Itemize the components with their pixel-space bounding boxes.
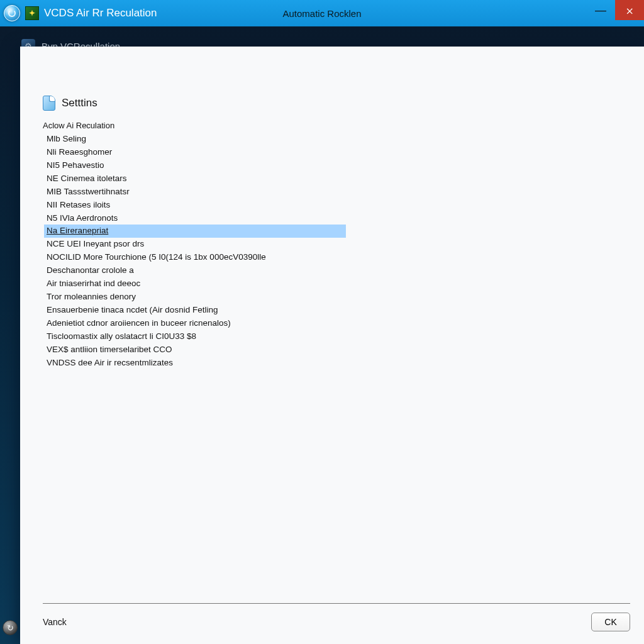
window-titlebar: ✦ VCDS Air Rr Reculation Automatic Rockl…	[0, 0, 644, 26]
refresh-icon-glyph: ↻	[7, 623, 14, 633]
list-item[interactable]: Air tniaserirhat ind deeoc	[44, 277, 143, 291]
list-item[interactable]: Ensauerbenie tinaca ncdet (Air dosnid Fe…	[44, 304, 220, 317]
list-item[interactable]: Adenietiot cdnor aroiiencen in buceer ri…	[44, 317, 233, 330]
back-button[interactable]: Vanck	[43, 617, 67, 627]
list-item[interactable]: Deschanontar crolole a	[44, 264, 136, 277]
document-icon	[43, 96, 55, 111]
app-icon-glyph: ✦	[29, 9, 35, 18]
titlebar-left-group: ✦ VCDS Air Rr Reculation	[4, 5, 157, 21]
close-button[interactable]: ⨉	[615, 0, 644, 20]
list-item[interactable]: NCE UEI Ineyant psor drs	[44, 238, 147, 251]
app-title: VCDS Air Rr Reculation	[44, 7, 157, 19]
refresh-orb-icon[interactable]: ↻	[3, 620, 18, 635]
list-item[interactable]: NI5 Pehavestio	[44, 159, 107, 172]
list-item[interactable]: Tiscloomastix ally oslatacrt li CI0U33 $…	[44, 330, 199, 343]
list-item[interactable]: Tror moleannies denory	[44, 291, 138, 304]
section-title-row: Setttins	[43, 96, 621, 111]
list-item[interactable]: NII Retases iloits	[44, 199, 113, 212]
list-item[interactable]: Nli Reaesghomer	[44, 146, 114, 159]
list-item[interactable]: N5 IVla Aerdronots	[44, 212, 120, 225]
system-orb-icon[interactable]	[4, 5, 20, 21]
list-item[interactable]: NE Cinemea itoletars	[44, 172, 130, 186]
list-item[interactable]: Na Eireranepriat	[44, 225, 346, 238]
window-controls: — ⨉	[586, 0, 644, 20]
dialog-footer: Vanck CK	[43, 603, 630, 631]
section-title: Setttins	[62, 97, 97, 109]
ok-button[interactable]: CK	[591, 613, 630, 631]
list-item[interactable]: VNDSS dee Air ir recsentmlizates	[44, 357, 175, 370]
settings-list: Mlb SelingNli ReaesghomerNI5 PehavestioN…	[44, 133, 621, 370]
list-item[interactable]: NOCILID More Tourchione (5 I0(124 is 1bx…	[44, 251, 269, 264]
content-panel: Setttins Aclow Ai Reculation Mlb SelingN…	[20, 47, 644, 644]
outer-frame: ⚙ Byp VCRecullation Setttins Aclow Ai Re…	[0, 26, 644, 644]
list-item[interactable]: VEX$ antliion timerselaribet CCO	[44, 343, 175, 357]
minimize-button[interactable]: —	[586, 0, 615, 20]
list-subheading: Aclow Ai Reculation	[43, 121, 621, 130]
app-icon: ✦	[25, 6, 39, 20]
list-item[interactable]: Mlb Seling	[44, 133, 89, 146]
list-item[interactable]: MIB Tassstwertihnatsr	[44, 186, 132, 199]
panel-inner: Setttins Aclow Ai Reculation Mlb SelingN…	[20, 80, 644, 644]
